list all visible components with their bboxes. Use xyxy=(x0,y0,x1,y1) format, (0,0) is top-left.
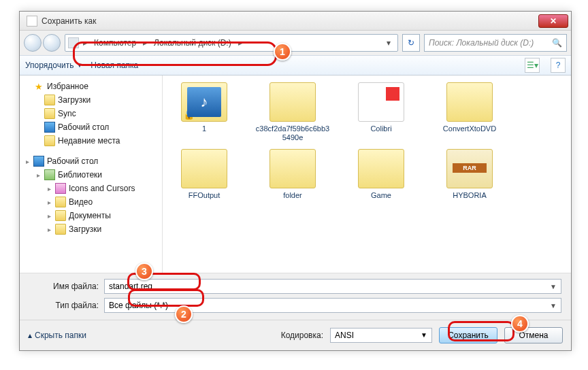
search-input[interactable]: Поиск: Локальный диск (D:) 🔍 xyxy=(424,34,567,52)
folder-icon xyxy=(181,149,227,188)
tree-sync[interactable]: Sync xyxy=(24,107,162,120)
folder-icon xyxy=(446,149,493,188)
help-button[interactable]: ? xyxy=(551,58,566,73)
tree-libraries[interactable]: ▸Библиотеки xyxy=(24,168,162,182)
filetype-label: Тип файла: xyxy=(29,301,104,310)
filename-label: Имя файла: xyxy=(29,282,104,291)
tree-recent[interactable]: Недавние места xyxy=(24,134,162,148)
breadcrumb-computer[interactable]: Компьютер xyxy=(91,35,139,51)
tree-video[interactable]: ▸Видео xyxy=(24,195,162,209)
filename-input[interactable]: standart.reg ▼ xyxy=(104,279,561,294)
nav-buttons xyxy=(24,34,61,52)
tree-downloads[interactable]: Загрузки xyxy=(24,93,162,107)
file-grid[interactable]: 1c38cf2da7f59b6c6bb35490eColibriConvertX… xyxy=(163,75,571,273)
file-label: ConvertXtoDVD xyxy=(443,124,496,133)
file-item[interactable]: 1 xyxy=(167,82,242,142)
tree-favorites[interactable]: ★Избранное xyxy=(24,80,162,93)
file-label: HYBORIA xyxy=(453,191,487,200)
breadcrumb-drive[interactable]: Локальный диск (D:) xyxy=(151,35,234,51)
titlebar: Сохранить как ✕ xyxy=(20,12,571,31)
app-icon xyxy=(27,16,37,27)
breadcrumb[interactable]: ▸ Компьютер ▸ Локальный диск (D:) ▸ ▾ xyxy=(65,34,398,52)
folder-icon xyxy=(270,149,316,188)
chevron-down-icon[interactable]: ▼ xyxy=(550,283,557,290)
file-item[interactable]: HYBORIA xyxy=(432,149,507,200)
file-label: Colibri xyxy=(370,124,391,133)
chevron-down-icon: ▼ xyxy=(76,62,82,69)
nav-tree[interactable]: ★Избранное Загрузки Sync Рабочий стол Не… xyxy=(20,75,163,273)
breadcrumb-dropdown-icon[interactable]: ▾ xyxy=(382,38,395,48)
filetype-select[interactable]: Все файлы (*.*) ▼ xyxy=(104,298,561,313)
file-item[interactable]: c38cf2da7f59b6c6bb35490e xyxy=(255,82,330,142)
tree-icons[interactable]: ▸Icons and Cursors xyxy=(24,182,162,195)
tree-desktop[interactable]: Рабочий стол xyxy=(24,120,162,134)
filetype-value: Все файлы (*.*) xyxy=(109,301,168,310)
chevron-down-icon: ▼ xyxy=(421,331,427,339)
file-item[interactable]: Colibri xyxy=(344,82,419,142)
chevron-up-icon: ▴ xyxy=(28,331,32,340)
chevron-down-icon[interactable]: ▼ xyxy=(550,302,557,309)
nav-row: ▸ Компьютер ▸ Локальный диск (D:) ▸ ▾ ↻ … xyxy=(20,31,571,55)
view-options-button[interactable]: ☰▾ xyxy=(525,58,540,73)
hide-folders-toggle[interactable]: ▴ Скрыть папки xyxy=(28,331,86,340)
save-as-dialog: Сохранить как ✕ ▸ Компьютер ▸ Локальный … xyxy=(19,11,572,351)
save-button[interactable]: Сохранить xyxy=(439,327,497,343)
breadcrumb-arrow-icon: ▸ xyxy=(237,38,244,48)
breadcrumb-arrow-icon: ▸ xyxy=(82,38,88,48)
file-item[interactable]: FFOutput xyxy=(167,149,242,200)
folder-icon xyxy=(446,82,493,122)
encoding-select[interactable]: ANSI ▼ xyxy=(330,328,432,343)
form-area: Имя файла: standart.reg ▼ Тип файла: Все… xyxy=(20,273,571,320)
refresh-button[interactable]: ↻ xyxy=(402,34,420,52)
computer-icon xyxy=(68,37,79,48)
body: ★Избранное Загрузки Sync Рабочий стол Не… xyxy=(20,75,571,273)
folder-icon xyxy=(270,82,316,122)
new-folder-button[interactable]: Новая папка xyxy=(91,61,138,70)
file-label: 1 xyxy=(202,124,206,133)
file-label: FFOutput xyxy=(189,191,220,200)
file-label: Game xyxy=(371,191,391,200)
folder-icon xyxy=(358,82,404,122)
search-icon: 🔍 xyxy=(552,38,562,48)
cancel-button[interactable]: Отмена xyxy=(504,327,563,343)
filename-value: standart.reg xyxy=(109,282,152,291)
tree-downloads2[interactable]: ▸Загрузки xyxy=(24,222,162,236)
search-placeholder: Поиск: Локальный диск (D:) xyxy=(429,38,534,48)
window-title: Сохранить как xyxy=(42,16,538,26)
toolbar: Упорядочить ▼ Новая папка ☰▾ ? xyxy=(20,55,571,75)
file-item[interactable]: Game xyxy=(344,149,419,200)
close-button[interactable]: ✕ xyxy=(538,14,568,28)
tree-documents[interactable]: ▸Документы xyxy=(24,209,162,222)
organize-menu[interactable]: Упорядочить ▼ xyxy=(25,61,82,70)
bottom-bar: ▴ Скрыть папки Кодировка: ANSI ▼ Сохрани… xyxy=(20,320,571,350)
tree-desktop-root[interactable]: ▸Рабочий стол xyxy=(24,154,162,168)
organize-label: Упорядочить xyxy=(25,61,74,70)
folder-icon xyxy=(358,149,404,188)
breadcrumb-arrow-icon: ▸ xyxy=(142,38,148,48)
file-item[interactable]: folder xyxy=(255,149,330,200)
file-item[interactable]: ConvertXtoDVD xyxy=(432,82,507,142)
encoding-label: Кодировка: xyxy=(281,331,323,340)
file-label: c38cf2da7f59b6c6bb35490e xyxy=(255,124,330,142)
folder-icon xyxy=(181,82,227,122)
forward-button[interactable] xyxy=(43,34,61,52)
back-button[interactable] xyxy=(24,34,42,52)
file-label: folder xyxy=(283,191,302,200)
encoding-value: ANSI xyxy=(335,331,354,340)
